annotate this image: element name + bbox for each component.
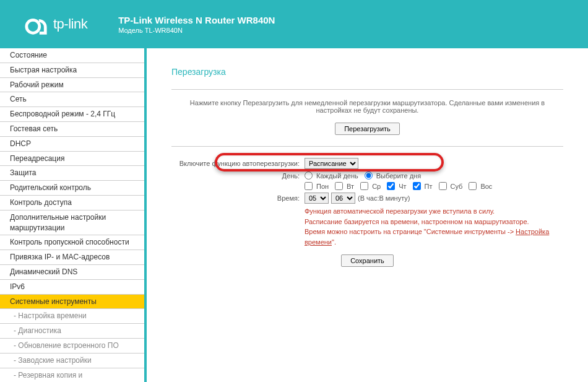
day-checkbox[interactable] xyxy=(469,182,477,190)
day-label: Чт xyxy=(399,183,406,190)
sidebar-item[interactable]: - Заводские настройки xyxy=(0,354,144,368)
minute-select[interactable]: 06 xyxy=(331,193,355,204)
day-checkbox[interactable] xyxy=(305,182,313,190)
sidebar-item[interactable]: Системные инструменты xyxy=(0,295,144,310)
note-block: Функция автоматической перезагрузки уже … xyxy=(305,206,563,247)
svg-point-0 xyxy=(27,20,40,33)
enable-autoreload-select[interactable]: Расписание xyxy=(305,158,358,169)
sidebar-item[interactable]: Гостевая сеть xyxy=(0,122,144,137)
day-checkbox[interactable] xyxy=(387,182,395,190)
day-label: Пон xyxy=(316,183,329,190)
sidebar-item[interactable]: Защита xyxy=(0,166,144,181)
note-line-2: Расписание базируется на времени, настро… xyxy=(305,217,563,227)
reboot-button[interactable]: Перезагрузить xyxy=(335,123,400,135)
sidebar-item[interactable]: IPv6 xyxy=(0,280,144,295)
sidebar-item[interactable]: Рабочий режим xyxy=(0,78,144,93)
sidebar-item[interactable]: Беспроводной режим - 2,4 ГГц xyxy=(0,107,144,122)
sidebar-item[interactable]: Привязка IP- и MAC-адресов xyxy=(0,250,144,265)
sidebar-item[interactable]: - Обновление встроенного ПО xyxy=(0,339,144,354)
note-line-1: Функция автоматической перезагрузки уже … xyxy=(305,206,563,217)
content: Перезагрузка Нажмите кнопку Перезагрузит… xyxy=(147,48,588,382)
sidebar: СостояниеБыстрая настройкаРабочий режимС… xyxy=(0,48,144,382)
enable-autoreload-label: Включите функцию автоперезагрузки: xyxy=(171,160,305,167)
sidebar-item[interactable]: - Настройка времени xyxy=(0,309,144,324)
day-checkbox[interactable] xyxy=(360,182,368,190)
description: Нажмите кнопку Перезагрузить для немедле… xyxy=(171,99,563,114)
save-button[interactable]: Сохранить xyxy=(341,254,394,267)
page-title: Перезагрузка xyxy=(171,67,563,77)
sidebar-item[interactable]: Быстрая настройка xyxy=(0,63,144,78)
divider xyxy=(171,89,563,90)
sidebar-item[interactable]: Родительский контроль xyxy=(0,181,144,196)
header-subtitle: Модель TL-WR840N xyxy=(118,27,275,34)
sidebar-item[interactable]: Состояние xyxy=(0,48,144,63)
everyday-radio[interactable] xyxy=(305,171,313,180)
time-hint: (В час:В минуту) xyxy=(358,194,410,202)
day-label: День: xyxy=(171,172,305,180)
day-label: Ср xyxy=(372,183,381,190)
sidebar-item[interactable]: DHCP xyxy=(0,137,144,152)
hour-select[interactable]: 05 xyxy=(305,193,329,204)
day-label: Вт xyxy=(347,183,354,190)
time-label: Время: xyxy=(171,194,305,202)
header-title: TP-Link Wireless N Router WR840N xyxy=(118,15,275,25)
sidebar-item[interactable]: Переадресация xyxy=(0,152,144,167)
day-label: Пт xyxy=(425,183,433,190)
divider xyxy=(171,146,563,147)
day-checkbox[interactable] xyxy=(413,182,421,190)
day-checkbox[interactable] xyxy=(439,182,447,190)
sidebar-item[interactable]: Контроль пропускной способности xyxy=(0,235,144,250)
logo: tp-link xyxy=(25,12,87,36)
day-checkbox[interactable] xyxy=(335,182,343,190)
header: tp-link TP-Link Wireless N Router WR840N… xyxy=(0,0,588,48)
note-line-3: Время можно настроить на странице "Систе… xyxy=(305,227,563,247)
selectdays-radio[interactable] xyxy=(365,171,373,180)
sidebar-item[interactable]: Динамический DNS xyxy=(0,265,144,280)
logo-text: tp-link xyxy=(53,16,87,32)
sidebar-item[interactable]: Дополнительные настройки маршрутизации xyxy=(0,211,144,236)
sidebar-item[interactable]: - Диагностика xyxy=(0,324,144,339)
sidebar-item[interactable]: Контроль доступа xyxy=(0,196,144,211)
sidebar-item[interactable]: Сеть xyxy=(0,92,144,107)
everyday-label: Каждый день xyxy=(316,172,358,180)
day-label: Суб xyxy=(451,183,463,190)
tplink-logo-icon xyxy=(25,12,48,36)
sidebar-item[interactable]: - Резервная копия и восстановление xyxy=(0,368,144,382)
header-titles: TP-Link Wireless N Router WR840N Модель … xyxy=(118,15,275,34)
selectdays-label: Выберите дня xyxy=(376,172,421,180)
day-label: Вос xyxy=(480,183,492,190)
